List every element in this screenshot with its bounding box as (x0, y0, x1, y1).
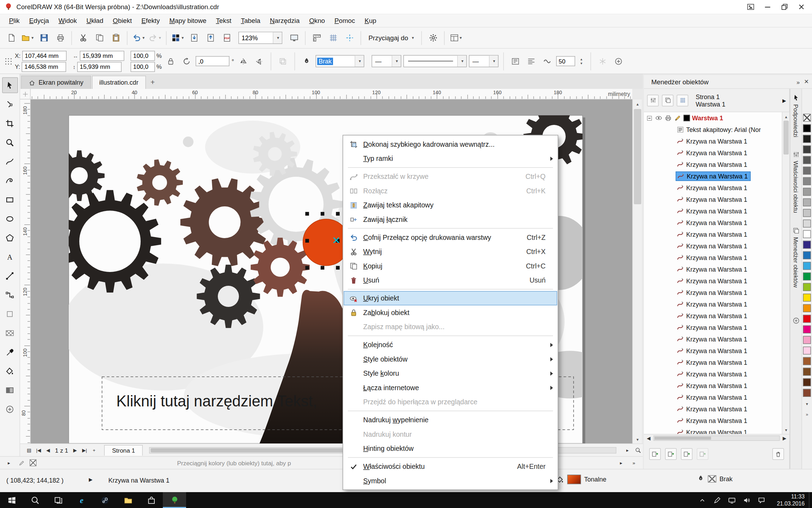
horizontal-ruler[interactable]: milimetry20406080100120140160180 (31, 89, 632, 99)
pan-button[interactable]: ▸ (623, 445, 632, 455)
new-master-layer-odd-button[interactable] (681, 448, 693, 460)
polygon-tool[interactable] (2, 230, 18, 246)
vertical-ruler[interactable]: 180160140120100806040 (20, 99, 31, 443)
application-launcher-button[interactable]: ▾ (170, 30, 186, 46)
new-tab-button[interactable]: + (147, 76, 159, 88)
color-swatch[interactable] (803, 262, 811, 270)
palette-flyout[interactable]: » (803, 411, 811, 418)
context-menu-item-wytnij[interactable]: WytnijCtrl+X (344, 244, 557, 259)
context-menu-item-właściwości-obiektu[interactable]: Właściwości obiektuAlt+Enter (344, 459, 557, 474)
transparency-tool[interactable] (2, 325, 18, 341)
context-menu-item-przekształć-w-krzywe[interactable]: Przekształć w krzyweCtrl+Q (344, 169, 557, 184)
object-row[interactable]: Krzywa na Warstwa 1 (644, 333, 789, 345)
object-row[interactable]: Krzywa na Warstwa 1 (644, 135, 789, 147)
dimension-tool[interactable] (2, 268, 18, 284)
object-row[interactable]: Krzywa na Warstwa 1 (644, 217, 789, 229)
drop-shadow-tool[interactable] (2, 306, 18, 322)
close-button[interactable] (793, 0, 810, 14)
corner-stepper[interactable]: ▴▾ (577, 54, 586, 68)
object-row[interactable]: Krzywa na Warstwa 1 (644, 310, 789, 322)
steam-icon[interactable] (93, 492, 116, 508)
docker-horizontal-scrollbar[interactable]: ◀ ▶ (644, 434, 789, 441)
color-eyedropper-tool[interactable] (2, 344, 18, 360)
selection-handle[interactable] (321, 212, 325, 216)
mirror-horizontal-button[interactable] (236, 54, 250, 68)
open-button[interactable]: ▾ (20, 30, 36, 46)
rectangle-tool[interactable] (2, 192, 18, 207)
object-y-input[interactable] (22, 62, 66, 72)
object-row[interactable]: Krzywa na Warstwa 1 (644, 170, 789, 182)
menu-tabela[interactable]: Tabela (236, 15, 265, 26)
object-row[interactable]: Krzywa na Warstwa 1 (644, 159, 789, 170)
context-menu-item-kopiuj[interactable]: KopiujCtrl+C (344, 259, 557, 273)
docker-close-button[interactable]: ✕ (804, 78, 809, 85)
color-swatch[interactable] (803, 357, 811, 365)
quick-customize-button[interactable] (792, 317, 800, 325)
show-grid-button[interactable] (325, 30, 341, 46)
shape-tool[interactable] (2, 96, 18, 112)
line-style-combo[interactable]: ▾ (403, 55, 467, 67)
context-menu-item-łącza-internetowe[interactable]: Łącza internetowe (344, 381, 557, 395)
context-menu-item-symbol[interactable]: Symbol (344, 474, 557, 488)
outline-indicator[interactable]: Brak (697, 475, 733, 483)
color-swatch[interactable] (803, 389, 811, 397)
color-swatch[interactable] (803, 273, 811, 281)
add-page-button[interactable]: + (89, 445, 99, 455)
hint-flyout-icon[interactable]: » (629, 458, 639, 467)
color-swatch[interactable] (803, 368, 811, 376)
prev-page-button[interactable]: ◀ (43, 445, 53, 455)
object-row[interactable]: Krzywa na Warstwa 1 (644, 194, 789, 205)
object-row[interactable]: Krzywa na Warstwa 1 (644, 427, 789, 434)
context-menu-item-zawijaj-tekst-akapitowy[interactable]: Zawijaj tekst akapitowy (344, 198, 557, 212)
color-swatch[interactable] (803, 241, 811, 249)
color-swatch[interactable] (803, 220, 811, 228)
freeze-transparency-button[interactable] (596, 54, 609, 68)
smart-fill-tool[interactable] (2, 382, 18, 398)
page-sorter-button[interactable]: ▤ (24, 445, 34, 455)
show-object-properties-button[interactable] (647, 95, 659, 106)
store-icon[interactable] (140, 492, 163, 508)
zoom-dropdown-button[interactable]: ▾ (273, 32, 282, 44)
selection-handle[interactable] (305, 212, 309, 216)
context-menu-item-zapisz-mapę-bitową-jako[interactable]: Zapisz mapę bitową jako... (344, 320, 557, 334)
wrap-paragraph-text-button[interactable] (509, 54, 522, 68)
freehand-tool[interactable] (2, 153, 18, 169)
network-tray-icon[interactable] (724, 492, 739, 508)
window-layout-button[interactable]: ▾ (448, 30, 464, 46)
docker-scroll-thumb[interactable] (783, 121, 789, 155)
task-view-button[interactable] (47, 492, 70, 508)
docker-collapse-button[interactable]: » (796, 79, 800, 85)
end-arrow-combo[interactable]: —▾ (469, 55, 498, 67)
selection-handle[interactable] (336, 266, 340, 270)
hidden-icons-chevron[interactable] (695, 492, 709, 508)
zoom-navigator-button[interactable] (633, 445, 643, 455)
text-tool[interactable]: A (2, 249, 18, 265)
text-placeholder[interactable]: Kliknij tutaj narzędziem Tekst, (116, 393, 317, 410)
object-row[interactable]: Krzywa na Warstwa 1 (644, 252, 789, 264)
context-menu-item-zablokuj-obiekt[interactable]: Zablokuj obiekt (344, 306, 557, 320)
status-arrow-icon[interactable]: ▶ (89, 477, 92, 482)
layer-row[interactable]: Warstwa 1 (644, 112, 789, 124)
menu-plik[interactable]: Plik (4, 15, 24, 26)
docker-vertical-scrollbar[interactable]: ▴ ▾ (782, 112, 789, 434)
scroll-up-arrow[interactable]: ▴ (633, 99, 642, 108)
print-button[interactable] (53, 30, 68, 46)
object-row[interactable]: Krzywa na Warstwa 1 (644, 322, 789, 333)
object-row[interactable]: Krzywa na Warstwa 1 (644, 229, 789, 240)
coreldraw-icon[interactable] (163, 492, 186, 508)
docker-tab-mened-er-obiekt-w[interactable]: Menedżer obiektów (792, 227, 800, 288)
edit-hint-icon[interactable] (17, 458, 26, 467)
new-master-layer-even-button[interactable] (697, 448, 708, 460)
corner-value-input[interactable] (556, 56, 575, 66)
color-swatch[interactable] (803, 283, 811, 291)
export-button[interactable] (203, 30, 219, 46)
menu-mapy-bitowe[interactable]: Mapy bitowe (165, 15, 211, 26)
object-x-input[interactable] (22, 50, 67, 61)
zoom-level-input[interactable] (239, 32, 273, 44)
object-row[interactable]: Krzywa na Warstwa 1 (644, 380, 789, 392)
horizontal-scroll-thumb[interactable] (151, 448, 365, 452)
start-button[interactable] (0, 492, 23, 508)
new-document-button[interactable] (3, 30, 19, 46)
object-row[interactable]: Krzywa na Warstwa 1 (644, 345, 789, 357)
object-width-input[interactable] (80, 50, 124, 61)
